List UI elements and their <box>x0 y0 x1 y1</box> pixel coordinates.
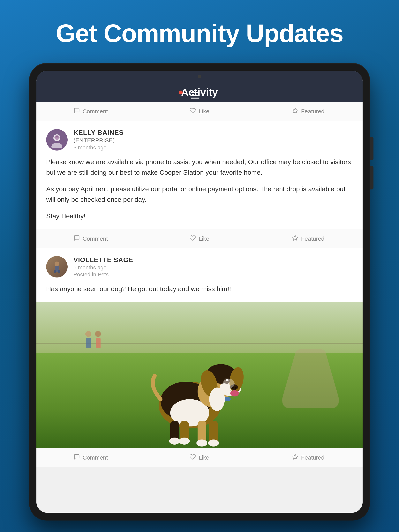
avatar-viollette <box>46 256 68 278</box>
tablet-screen: Activity Comment <box>36 71 363 513</box>
post-author-1: KELLY BAINES <box>73 129 124 136</box>
svg-point-2 <box>51 143 62 148</box>
svg-marker-0 <box>293 108 298 113</box>
tablet-device: Activity Comment <box>29 63 370 520</box>
svg-point-23 <box>230 390 239 396</box>
camera-dot <box>198 75 201 78</box>
comment-label-bot: Comment <box>83 454 108 461</box>
bottom-action-bar: Comment Like <box>36 448 363 467</box>
page-headline: Get Community Updates <box>29 19 370 47</box>
page-background: Get Community Updates Activity <box>29 0 370 520</box>
like-button-mid[interactable]: Like <box>145 229 254 248</box>
like-button-bot[interactable]: Like <box>145 448 254 467</box>
post-paragraph-1-2: As you pay April rent, please utilize ou… <box>46 184 353 205</box>
app-header: Activity <box>36 82 363 102</box>
svg-point-22 <box>235 387 237 389</box>
featured-icon-bot <box>292 454 298 462</box>
middle-action-bar: Comment Like <box>36 229 363 248</box>
svg-point-31 <box>179 437 190 444</box>
post-paragraph-1-3: Stay Healthy! <box>46 211 353 221</box>
post-org-1: (ENTERPRISE) <box>73 137 124 144</box>
like-icon-bot <box>190 454 196 462</box>
dog-svg <box>139 331 260 448</box>
featured-label-mid: Featured <box>301 235 324 242</box>
dog-image <box>36 302 363 448</box>
comment-label-top: Comment <box>83 108 108 115</box>
post-time-2: 5 months ago <box>73 265 133 271</box>
featured-button-bot[interactable]: Featured <box>254 448 363 467</box>
svg-point-26 <box>196 439 207 447</box>
post-meta-2: VIOLLETTE SAGE 5 months ago Posted in Pe… <box>73 256 133 278</box>
avatar-viollette-img <box>46 256 68 278</box>
svg-marker-35 <box>293 454 298 459</box>
post-meta-1: KELLY BAINES (ENTERPRISE) 3 months ago <box>73 129 124 151</box>
post-header-1: KELLY BAINES (ENTERPRISE) 3 months ago <box>36 121 363 155</box>
content-area: Comment Like <box>36 102 363 513</box>
post-category-2: Posted in Pets <box>73 272 133 278</box>
post-paragraph-2-1: Has anyone seen our dog? He got out toda… <box>46 284 353 294</box>
featured-icon-mid <box>292 235 298 243</box>
comment-label-mid: Comment <box>83 235 108 242</box>
tablet-top-bar <box>36 71 363 82</box>
comment-icon-bot <box>74 454 80 462</box>
comment-icon-top <box>74 108 80 115</box>
comment-button-top[interactable]: Comment <box>36 102 145 121</box>
like-label-top: Like <box>199 108 209 115</box>
post-image-2 <box>36 302 363 448</box>
like-label-bot: Like <box>199 454 209 461</box>
svg-point-5 <box>55 261 59 266</box>
post-author-2: VIOLLETTE SAGE <box>73 256 133 264</box>
post-time-1: 3 months ago <box>73 145 124 151</box>
post-body-1: Please know we are available via phone t… <box>36 155 363 229</box>
comment-button-bot[interactable]: Comment <box>36 448 145 467</box>
like-label-mid: Like <box>199 235 209 242</box>
svg-rect-8 <box>58 270 60 273</box>
svg-marker-4 <box>293 235 298 240</box>
post-header-2: VIOLLETTE SAGE 5 months ago Posted in Pe… <box>36 248 363 282</box>
like-icon-mid <box>190 235 196 243</box>
hamburger-icon[interactable] <box>191 92 200 99</box>
post-card-2: VIOLLETTE SAGE 5 months ago Posted in Pe… <box>36 248 363 448</box>
like-icon-top <box>190 108 196 115</box>
svg-rect-7 <box>54 270 56 273</box>
hamburger-line-2 <box>191 95 200 96</box>
like-button-top[interactable]: Like <box>145 102 254 121</box>
dog-svg-container <box>36 331 363 448</box>
hamburger-line-1 <box>191 92 200 93</box>
featured-label-bot: Featured <box>301 454 324 461</box>
post-paragraph-1-1: Please know we are available via phone t… <box>46 157 353 178</box>
comment-button-mid[interactable]: Comment <box>36 229 145 248</box>
post-body-2: Has anyone seen our dog? He got out toda… <box>36 282 363 302</box>
featured-icon-top <box>292 108 298 115</box>
top-action-bar: Comment Like <box>36 102 363 121</box>
svg-point-27 <box>208 439 219 447</box>
hamburger-line-3 <box>191 98 200 99</box>
comment-icon-mid <box>74 235 80 243</box>
svg-point-30 <box>169 437 180 444</box>
avatar-kelly <box>46 129 68 151</box>
svg-point-34 <box>223 379 235 388</box>
featured-label-top: Featured <box>301 108 324 115</box>
featured-button-mid[interactable]: Featured <box>254 229 363 248</box>
post-card-1: KELLY BAINES (ENTERPRISE) 3 months ago P… <box>36 121 363 229</box>
svg-point-33 <box>209 387 225 411</box>
featured-button-top[interactable]: Featured <box>254 102 363 121</box>
notification-dot <box>179 90 183 95</box>
